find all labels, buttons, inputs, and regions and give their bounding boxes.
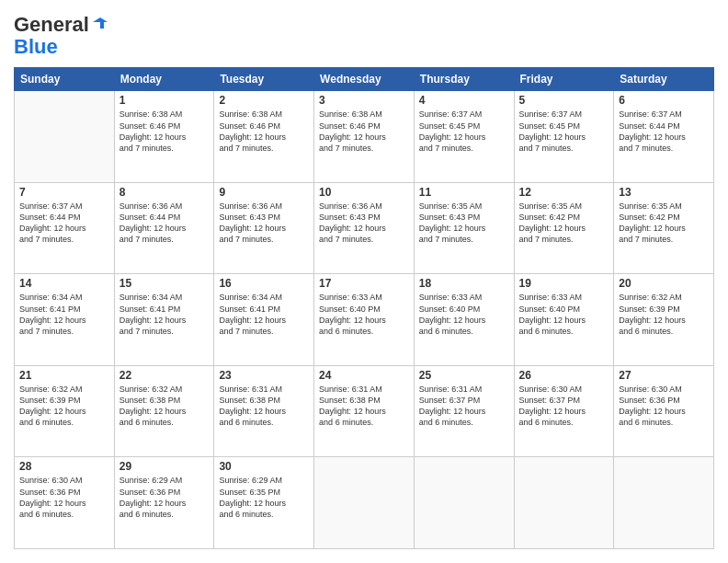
calendar-cell: 11Sunrise: 6:35 AM Sunset: 6:43 PM Dayli… — [414, 182, 514, 274]
calendar-cell: 1Sunrise: 6:38 AM Sunset: 6:46 PM Daylig… — [114, 91, 214, 183]
calendar-cell: 13Sunrise: 6:35 AM Sunset: 6:42 PM Dayli… — [614, 182, 714, 274]
cell-info: Sunrise: 6:37 AM Sunset: 6:45 PM Dayligh… — [419, 109, 509, 154]
day-number: 1 — [119, 94, 210, 107]
calendar-week-row: 28Sunrise: 6:30 AM Sunset: 6:36 PM Dayli… — [15, 457, 714, 549]
cell-info: Sunrise: 6:36 AM Sunset: 6:44 PM Dayligh… — [119, 201, 210, 246]
cell-info: Sunrise: 6:38 AM Sunset: 6:46 PM Dayligh… — [119, 109, 210, 154]
day-number: 27 — [619, 369, 709, 382]
calendar-cell: 8Sunrise: 6:36 AM Sunset: 6:44 PM Daylig… — [114, 182, 214, 274]
weekday-header: Thursday — [414, 68, 514, 91]
day-number: 28 — [19, 460, 109, 473]
cell-info: Sunrise: 6:33 AM Sunset: 6:40 PM Dayligh… — [419, 292, 509, 337]
cell-info: Sunrise: 6:32 AM Sunset: 6:39 PM Dayligh… — [619, 292, 709, 337]
day-number: 2 — [219, 94, 309, 107]
calendar-cell — [15, 91, 115, 183]
calendar-week-row: 21Sunrise: 6:32 AM Sunset: 6:39 PM Dayli… — [15, 365, 714, 457]
calendar-cell: 3Sunrise: 6:38 AM Sunset: 6:46 PM Daylig… — [314, 91, 415, 183]
cell-info: Sunrise: 6:34 AM Sunset: 6:41 PM Dayligh… — [219, 292, 309, 337]
header: General Blue — [14, 14, 714, 58]
svg-marker-0 — [93, 17, 108, 29]
day-number: 13 — [619, 186, 709, 199]
weekday-header: Monday — [114, 68, 214, 91]
calendar-cell: 12Sunrise: 6:35 AM Sunset: 6:42 PM Dayli… — [514, 182, 614, 274]
calendar-week-row: 1Sunrise: 6:38 AM Sunset: 6:46 PM Daylig… — [15, 91, 714, 183]
calendar-cell: 27Sunrise: 6:30 AM Sunset: 6:36 PM Dayli… — [614, 365, 714, 457]
page: General Blue SundayMondayTuesdayWednesda… — [0, 0, 728, 563]
logo-general: General — [14, 14, 89, 36]
calendar-cell: 5Sunrise: 6:37 AM Sunset: 6:45 PM Daylig… — [514, 91, 614, 183]
calendar-cell: 25Sunrise: 6:31 AM Sunset: 6:37 PM Dayli… — [414, 365, 514, 457]
cell-info: Sunrise: 6:38 AM Sunset: 6:46 PM Dayligh… — [319, 109, 409, 154]
day-number: 3 — [319, 94, 409, 107]
day-number: 4 — [419, 94, 509, 107]
logo-flag-icon — [91, 16, 109, 34]
day-number: 17 — [319, 277, 409, 290]
cell-info: Sunrise: 6:30 AM Sunset: 6:37 PM Dayligh… — [519, 384, 609, 429]
day-number: 9 — [219, 186, 309, 199]
calendar-cell: 19Sunrise: 6:33 AM Sunset: 6:40 PM Dayli… — [514, 274, 614, 366]
cell-info: Sunrise: 6:31 AM Sunset: 6:38 PM Dayligh… — [319, 384, 409, 429]
calendar-cell: 29Sunrise: 6:29 AM Sunset: 6:36 PM Dayli… — [114, 457, 214, 549]
weekday-header: Friday — [514, 68, 614, 91]
day-number: 21 — [19, 369, 109, 382]
weekday-header: Wednesday — [314, 68, 415, 91]
day-number: 7 — [19, 186, 109, 199]
cell-info: Sunrise: 6:37 AM Sunset: 6:44 PM Dayligh… — [619, 109, 709, 154]
calendar-cell: 22Sunrise: 6:32 AM Sunset: 6:38 PM Dayli… — [114, 365, 214, 457]
cell-info: Sunrise: 6:32 AM Sunset: 6:39 PM Dayligh… — [19, 384, 109, 429]
cell-info: Sunrise: 6:38 AM Sunset: 6:46 PM Dayligh… — [219, 109, 309, 154]
cell-info: Sunrise: 6:30 AM Sunset: 6:36 PM Dayligh… — [19, 475, 109, 520]
day-number: 16 — [219, 277, 309, 290]
day-number: 23 — [219, 369, 309, 382]
day-number: 15 — [119, 277, 210, 290]
calendar-cell: 14Sunrise: 6:34 AM Sunset: 6:41 PM Dayli… — [15, 274, 115, 366]
weekday-header: Saturday — [614, 68, 714, 91]
day-number: 6 — [619, 94, 709, 107]
calendar-cell — [314, 457, 415, 549]
weekday-header: Tuesday — [214, 68, 314, 91]
calendar-cell: 28Sunrise: 6:30 AM Sunset: 6:36 PM Dayli… — [15, 457, 115, 549]
cell-info: Sunrise: 6:36 AM Sunset: 6:43 PM Dayligh… — [319, 201, 409, 246]
cell-info: Sunrise: 6:37 AM Sunset: 6:45 PM Dayligh… — [519, 109, 609, 154]
calendar-cell: 24Sunrise: 6:31 AM Sunset: 6:38 PM Dayli… — [314, 365, 415, 457]
cell-info: Sunrise: 6:35 AM Sunset: 6:43 PM Dayligh… — [419, 201, 509, 246]
cell-info: Sunrise: 6:30 AM Sunset: 6:36 PM Dayligh… — [619, 384, 709, 429]
calendar-cell: 17Sunrise: 6:33 AM Sunset: 6:40 PM Dayli… — [314, 274, 415, 366]
cell-info: Sunrise: 6:29 AM Sunset: 6:36 PM Dayligh… — [119, 475, 210, 520]
calendar-week-row: 14Sunrise: 6:34 AM Sunset: 6:41 PM Dayli… — [15, 274, 714, 366]
day-number: 25 — [419, 369, 509, 382]
day-number: 20 — [619, 277, 709, 290]
cell-info: Sunrise: 6:31 AM Sunset: 6:37 PM Dayligh… — [419, 384, 509, 429]
calendar-cell: 21Sunrise: 6:32 AM Sunset: 6:39 PM Dayli… — [15, 365, 115, 457]
day-number: 5 — [519, 94, 609, 107]
calendar-cell: 2Sunrise: 6:38 AM Sunset: 6:46 PM Daylig… — [214, 91, 314, 183]
day-number: 29 — [119, 460, 210, 473]
calendar-cell: 26Sunrise: 6:30 AM Sunset: 6:37 PM Dayli… — [514, 365, 614, 457]
calendar-cell — [414, 457, 514, 549]
calendar-cell: 18Sunrise: 6:33 AM Sunset: 6:40 PM Dayli… — [414, 274, 514, 366]
calendar-cell: 4Sunrise: 6:37 AM Sunset: 6:45 PM Daylig… — [414, 91, 514, 183]
calendar-cell: 30Sunrise: 6:29 AM Sunset: 6:35 PM Dayli… — [214, 457, 314, 549]
logo: General Blue — [14, 14, 109, 58]
day-number: 19 — [519, 277, 609, 290]
cell-info: Sunrise: 6:35 AM Sunset: 6:42 PM Dayligh… — [519, 201, 609, 246]
calendar-header-row: SundayMondayTuesdayWednesdayThursdayFrid… — [15, 68, 714, 91]
day-number: 12 — [519, 186, 609, 199]
cell-info: Sunrise: 6:35 AM Sunset: 6:42 PM Dayligh… — [619, 201, 709, 246]
calendar-cell: 20Sunrise: 6:32 AM Sunset: 6:39 PM Dayli… — [614, 274, 714, 366]
day-number: 11 — [419, 186, 509, 199]
day-number: 8 — [119, 186, 210, 199]
calendar-cell — [514, 457, 614, 549]
calendar-table: SundayMondayTuesdayWednesdayThursdayFrid… — [14, 67, 714, 549]
cell-info: Sunrise: 6:33 AM Sunset: 6:40 PM Dayligh… — [519, 292, 609, 337]
calendar-cell: 23Sunrise: 6:31 AM Sunset: 6:38 PM Dayli… — [214, 365, 314, 457]
day-number: 30 — [219, 460, 309, 473]
cell-info: Sunrise: 6:33 AM Sunset: 6:40 PM Dayligh… — [319, 292, 409, 337]
cell-info: Sunrise: 6:34 AM Sunset: 6:41 PM Dayligh… — [119, 292, 210, 337]
day-number: 18 — [419, 277, 509, 290]
calendar-cell — [614, 457, 714, 549]
cell-info: Sunrise: 6:36 AM Sunset: 6:43 PM Dayligh… — [219, 201, 309, 246]
weekday-header: Sunday — [15, 68, 115, 91]
calendar-week-row: 7Sunrise: 6:37 AM Sunset: 6:44 PM Daylig… — [15, 182, 714, 274]
day-number: 26 — [519, 369, 609, 382]
